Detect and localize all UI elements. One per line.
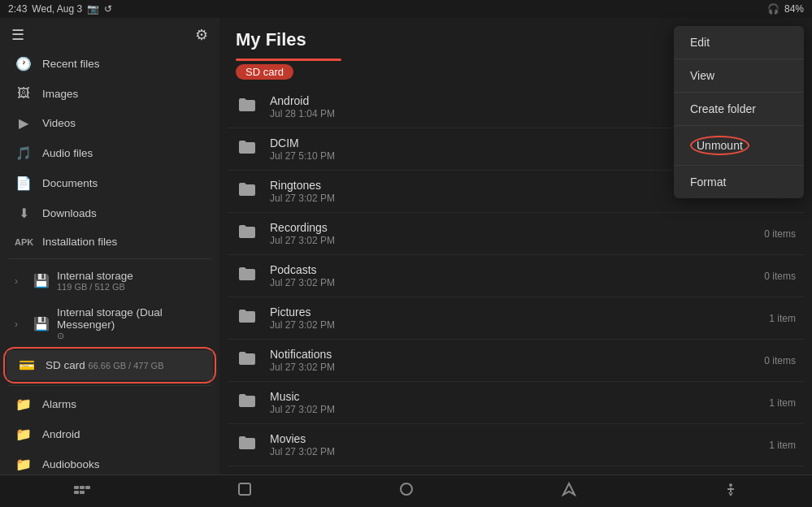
file-date: Jul 27 3:02 PM (270, 235, 753, 246)
title-underline-annotation (236, 58, 341, 61)
sidebar-item-installation[interactable]: APK Installation files (3, 228, 216, 255)
sidebar-item-internal-storage[interactable]: › 💾 Internal storage 119 GB / 512 GB (3, 262, 216, 299)
sidebar-header: ☰ ⚙ (0, 18, 219, 49)
screenshot-icon: 📷 (87, 3, 99, 15)
breadcrumb-sd-card[interactable]: SD card (236, 64, 293, 80)
sidebar-label-installation: Installation files (42, 236, 205, 248)
context-menu: Edit View Create folder Unmount Format (674, 26, 804, 198)
sidebar-item-alarms[interactable]: 📁 Alarms (3, 389, 216, 419)
sidebar-item-audio[interactable]: 🎵 Audio files (3, 138, 216, 168)
hamburger-icon[interactable]: ☰ (11, 26, 24, 44)
nav-nav[interactable] (545, 477, 593, 505)
context-menu-item-unmount[interactable]: Unmount (674, 126, 804, 166)
nav-accessibility[interactable] (707, 477, 754, 505)
settings-icon[interactable]: ⚙ (195, 26, 208, 44)
expand-arrow-internal: › (15, 275, 26, 287)
sidebar-item-images[interactable]: 🖼 Images (3, 79, 216, 108)
nav-home[interactable] (383, 477, 430, 505)
sidebar-label-audio: Audio files (42, 147, 205, 159)
folder-alarms-icon: 📁 (15, 396, 33, 412)
sidebar-label-documents: Documents (42, 177, 205, 189)
sidebar: ☰ ⚙ 🕐 Recent files 🖼 Images ▶ Videos 🎵 A… (0, 18, 219, 474)
file-folder-icon (236, 223, 258, 245)
file-row[interactable]: Notifications Jul 27 3:02 PM 0 items (228, 340, 804, 382)
file-name: Movies (270, 432, 758, 445)
context-menu-item-format[interactable]: Format (674, 166, 804, 198)
file-meta: 1 item (769, 397, 796, 409)
audio-icon: 🎵 (15, 145, 33, 161)
file-meta: 0 items (764, 355, 796, 366)
download-icon: ⬇ (15, 206, 33, 221)
file-name: Recordings (270, 221, 753, 234)
svg-rect-0 (74, 486, 79, 489)
file-name: Podcasts (270, 263, 753, 276)
sidebar-label-recent: Recent files (42, 58, 205, 70)
sidebar-label-downloads: Downloads (42, 207, 205, 219)
svg-rect-3 (74, 491, 79, 494)
sidebar-label-images: Images (42, 88, 205, 100)
sidebar-item-audiobooks[interactable]: 📁 Audiobooks (3, 449, 216, 474)
sidebar-label-android: Android (42, 428, 205, 440)
context-menu-item-edit[interactable]: Edit (674, 26, 804, 59)
sidebar-divider-1 (8, 258, 211, 259)
folder-audiobooks-icon: 📁 (15, 457, 33, 472)
svg-marker-7 (563, 483, 575, 495)
file-folder-icon (236, 435, 258, 456)
sidebar-sub-sd: 66.66 GB / 477 GB (89, 361, 164, 370)
file-meta: 0 items (764, 271, 796, 282)
expand-arrow-dual: › (15, 318, 26, 330)
file-meta: 1 item (769, 440, 796, 451)
file-date: Jul 27 3:02 PM (270, 404, 758, 415)
file-folder-icon (236, 350, 258, 371)
file-row[interactable]: Recordings Jul 27 3:02 PM 0 items (228, 213, 804, 255)
storage-icon-internal: 💾 (33, 273, 50, 288)
sidebar-item-downloads[interactable]: ⬇ Downloads (3, 198, 216, 228)
apk-icon: APK (15, 237, 33, 247)
sidebar-item-recent-files[interactable]: 🕐 Recent files (3, 49, 216, 79)
svg-rect-1 (80, 486, 85, 489)
status-icon2: ↺ (104, 3, 112, 15)
sidebar-label-audiobooks: Audiobooks (42, 458, 205, 470)
bottom-nav (0, 474, 812, 507)
sidebar-item-videos[interactable]: ▶ Videos (3, 108, 216, 138)
status-time: 2:43 (8, 3, 27, 15)
status-day-date: Wed, Aug 3 (32, 3, 82, 15)
page-title: My Files (236, 29, 306, 50)
sidebar-label-dual: Internal storage (Dual Messenger) (57, 306, 205, 331)
svg-line-12 (731, 492, 732, 496)
nav-back[interactable] (58, 478, 106, 505)
doc-icon: 📄 (15, 176, 33, 191)
context-menu-item-view[interactable]: View (674, 59, 804, 93)
file-row[interactable]: Movies Jul 27 3:02 PM 1 item (228, 424, 804, 466)
sidebar-item-sd-card[interactable]: 💳 SD card 66.66 GB / 477 GB (7, 350, 213, 380)
file-folder-icon (236, 181, 258, 202)
svg-rect-2 (85, 486, 90, 489)
sidebar-item-documents[interactable]: 📄 Documents (3, 168, 216, 198)
unmount-label: Unmount (690, 136, 749, 155)
nav-recents[interactable] (221, 477, 268, 505)
status-left: 2:43 Wed, Aug 3 📷 ↺ (8, 3, 112, 15)
file-meta: 0 items (764, 228, 796, 240)
file-row[interactable]: Pictures Jul 27 3:02 PM 1 item (228, 297, 804, 340)
file-meta: 1 item (769, 313, 796, 324)
file-folder-icon (236, 266, 258, 287)
sidebar-item-internal-dual[interactable]: › 💾 Internal storage (Dual Messenger) ⊙ (3, 299, 216, 349)
sidebar-divider-2 (8, 385, 211, 386)
video-icon: ▶ (15, 115, 33, 131)
file-date: Jul 27 3:02 PM (270, 362, 753, 373)
file-row[interactable]: Podcasts Jul 27 3:02 PM 0 items (228, 255, 804, 297)
storage-icon-dual: 💾 (33, 316, 50, 332)
sidebar-sub-internal: 119 GB / 512 GB (57, 282, 205, 292)
clock-icon: 🕐 (15, 56, 33, 72)
file-name: Music (270, 390, 758, 403)
sidebar-item-android[interactable]: 📁 Android (3, 419, 216, 449)
file-folder-icon (236, 308, 258, 329)
file-row[interactable]: Download Jul 27 3:02 PM 0 items (228, 466, 804, 474)
file-row[interactable]: Music Jul 27 3:02 PM 1 item (228, 382, 804, 424)
file-folder-icon (236, 139, 258, 160)
svg-rect-4 (80, 491, 85, 494)
status-bar: 2:43 Wed, Aug 3 📷 ↺ 🎧 84% (0, 0, 812, 18)
sd-card-icon: 💳 (18, 358, 36, 373)
context-menu-item-create-folder[interactable]: Create folder (674, 93, 804, 126)
headset-icon: 🎧 (767, 3, 779, 15)
